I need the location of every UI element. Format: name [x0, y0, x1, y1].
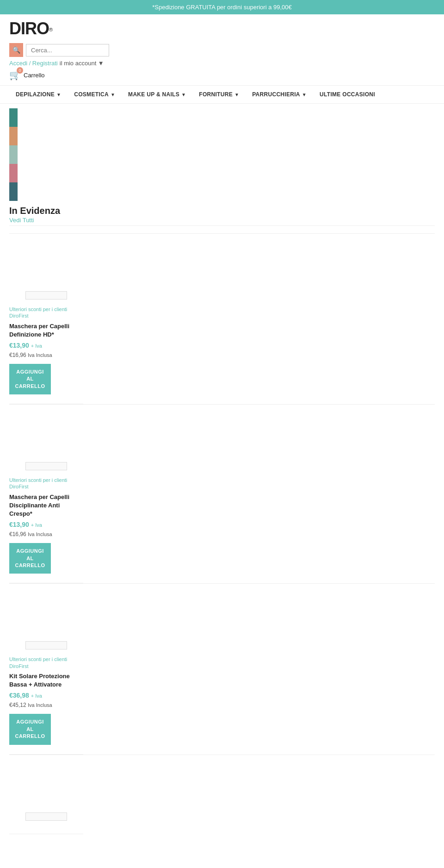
login-register-link[interactable]: Accedi / Registrati — [9, 60, 58, 67]
nav-item-parrucchieria[interactable]: PARRUCCHIERIA ▼ — [246, 86, 313, 103]
chevron-down-icon: ▼ — [302, 92, 307, 97]
nav-item-depilazione[interactable]: DEPILAZIONE ▼ — [9, 86, 68, 103]
logo[interactable]: DIRO® — [9, 19, 435, 38]
cart-icon-wrap[interactable]: 🛒 0 — [9, 69, 21, 81]
view-all-link[interactable]: Vedi Tutti — [9, 217, 34, 224]
product-badge-1: Ulteriori sconti per i clienti DiroFirst — [9, 306, 83, 319]
product-card-3: Ulteriori sconti per i clienti DiroFirst… — [9, 584, 83, 754]
nav-item-ultime-occasioni[interactable]: ULTIME OCCASIONI — [313, 86, 382, 103]
search-row: 🔍 — [9, 43, 435, 57]
price-incvat-3: €45,12 Iva Inclusa — [9, 702, 83, 708]
product-image-4 — [9, 764, 83, 824]
nav-item-makeup-nails[interactable]: MAKE UP & NAILS ▼ — [122, 86, 192, 103]
nav-item-forniture[interactable]: FORNITURE ▼ — [192, 86, 246, 103]
add-to-cart-button-1[interactable]: AGGIUNGI AL CARRELLO — [9, 364, 51, 394]
search-button[interactable]: 🔍 — [9, 43, 23, 57]
section-title: In Evidenza — [9, 206, 435, 216]
chevron-down-icon: ▼ — [56, 92, 61, 97]
add-to-cart-button-2[interactable]: AGGIUNGI AL CARRELLO — [9, 543, 51, 574]
top-banner: *Spedizione GRATUITA per ordini superior… — [0, 0, 444, 14]
chevron-down-icon: ▼ — [111, 92, 115, 97]
color-strip — [9, 108, 18, 201]
products-list: Ulteriori sconti per i clienti DiroFirst… — [9, 233, 435, 834]
search-input[interactable] — [26, 44, 109, 56]
color-swatch-3 — [9, 145, 18, 164]
price-exvat-2: €13,90 + Iva — [9, 521, 83, 528]
product-image-bar — [25, 812, 67, 821]
section-divider — [9, 225, 435, 226]
product-card-4 — [9, 755, 83, 834]
product-card-2: Ulteriori sconti per i clienti DiroFirst… — [9, 405, 83, 583]
cart-badge: 0 — [17, 67, 23, 74]
product-image-bar — [25, 462, 67, 470]
header: DIRO® 🔍 Accedi / Registrati il mio accou… — [0, 14, 444, 85]
product-badge-3: Ulteriori sconti per i clienti DiroFirst — [9, 656, 83, 669]
color-swatch-4 — [9, 164, 18, 182]
product-name-1: Maschera per Capelli Definizione HD* — [9, 322, 83, 339]
account-label: il mio account ▼ — [60, 60, 104, 67]
logo-text: DIRO — [9, 19, 49, 38]
color-swatch-2 — [9, 127, 18, 145]
price-exvat-3: €36,98 + Iva — [9, 692, 83, 699]
product-image-3 — [9, 593, 83, 653]
product-card-1: Ulteriori sconti per i clienti DiroFirst… — [9, 234, 83, 404]
product-name-3: Kit Solare Protezione Bassa + Attivatore — [9, 672, 83, 689]
product-image-bar — [25, 291, 67, 300]
price-incvat-1: €16,96 Iva Inclusa — [9, 352, 83, 358]
color-swatch-1 — [9, 108, 18, 127]
price-incvat-2: €16,96 Iva Inclusa — [9, 531, 83, 537]
chevron-down-icon: ▼ — [234, 92, 239, 97]
cart-label[interactable]: Carrello — [24, 72, 45, 79]
nav-item-cosmetica[interactable]: COSMETICA ▼ — [68, 86, 122, 103]
main-content: In Evidenza Vedi Tutti Ulteriori sconti … — [0, 206, 444, 834]
logo-trademark: ® — [49, 27, 53, 32]
hero-section — [0, 104, 444, 196]
product-image-2 — [9, 414, 83, 474]
section-header: In Evidenza Vedi Tutti — [9, 206, 435, 224]
product-image-1 — [9, 243, 83, 303]
chevron-down-icon: ▼ — [181, 92, 186, 97]
navigation: DEPILAZIONE ▼ COSMETICA ▼ MAKE UP & NAIL… — [0, 85, 444, 104]
cart-row: 🛒 0 Carrello — [9, 69, 435, 81]
product-image-bar — [25, 641, 67, 649]
account-row: Accedi / Registrati il mio account ▼ — [9, 60, 435, 67]
price-exvat-1: €13,90 + Iva — [9, 342, 83, 349]
product-name-2: Maschera per Capelli Disciplinante Anti … — [9, 493, 83, 518]
add-to-cart-button-3[interactable]: AGGIUNGI AL CARRELLO — [9, 714, 51, 744]
product-badge-2: Ulteriori sconti per i clienti DiroFirst — [9, 477, 83, 490]
color-swatch-5 — [9, 182, 18, 201]
banner-text: *Spedizione GRATUITA per ordini superior… — [152, 4, 292, 11]
